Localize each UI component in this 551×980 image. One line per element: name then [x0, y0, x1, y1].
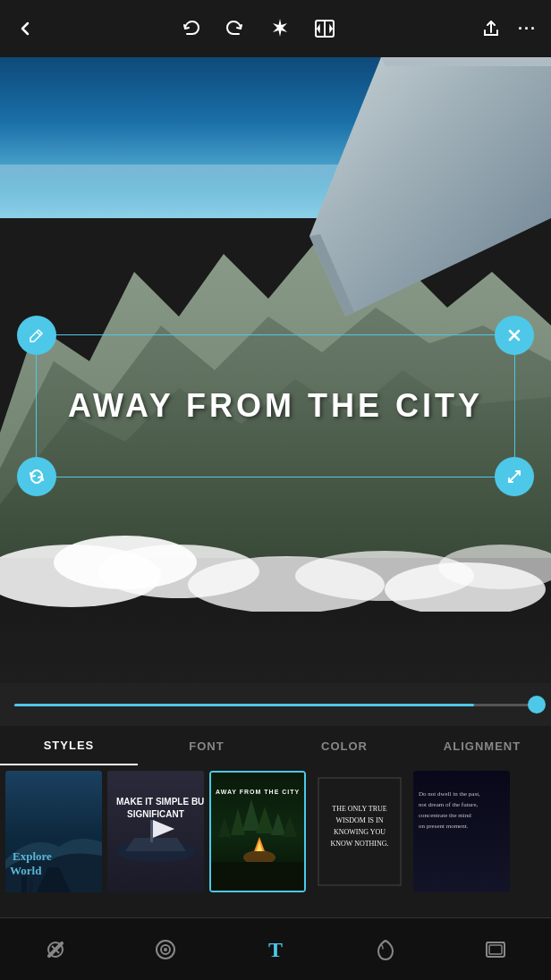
svg-text:Explore: Explore [13, 849, 52, 863]
tabs-bar: STYLES FONT COLOR ALIGNMENT [0, 726, 551, 765]
tab-font[interactable]: FONT [138, 726, 276, 765]
svg-text:Do not dwell in the past,: Do not dwell in the past, [419, 790, 480, 798]
bottom-toolbar: T [0, 917, 551, 980]
back-button[interactable] [14, 18, 36, 39]
wing-shape [309, 57, 551, 317]
svg-line-12 [509, 471, 520, 482]
text-selection-box[interactable]: AWAY FROM THE CITY [36, 334, 515, 477]
overlay-tool-button[interactable] [371, 935, 400, 964]
svg-line-9 [37, 332, 40, 335]
share-button[interactable] [480, 18, 502, 39]
slider-bar [0, 683, 551, 726]
layers-tool-button[interactable] [481, 935, 510, 964]
svg-text:SIGNIFICANT: SIGNIFICANT [127, 809, 184, 819]
svg-text:not dream of the future,: not dream of the future, [419, 801, 479, 808]
style-thumb-2[interactable]: MAKE IT SIMPLE BUT SIGNIFICANT [107, 771, 204, 892]
svg-text:on present moment.: on present moment. [419, 823, 469, 830]
svg-rect-16 [21, 876, 27, 892]
svg-text:WISDOM IS IN: WISDOM IS IN [336, 816, 384, 824]
redo-button[interactable] [224, 17, 247, 40]
svg-text:KNOWING YOU: KNOWING YOU [334, 828, 386, 836]
tab-styles[interactable]: STYLES [0, 726, 138, 765]
top-bar: ··· [0, 0, 551, 57]
handle-resize[interactable] [495, 457, 534, 496]
svg-text:concentrate the mind: concentrate the mind [419, 812, 471, 819]
more-button[interactable]: ··· [518, 20, 537, 38]
overlay-text[interactable]: AWAY FROM THE CITY [68, 387, 483, 425]
svg-point-53 [164, 948, 167, 951]
handle-close[interactable] [495, 316, 534, 355]
magic-button[interactable] [268, 17, 292, 40]
svg-text:T: T [268, 938, 283, 961]
svg-text:World: World [10, 864, 42, 877]
text-tool-button[interactable]: T [261, 935, 290, 964]
svg-rect-42 [413, 771, 510, 892]
style-thumb-4[interactable]: THE ONLY TRUE WISDOM IS IN KNOWING YOU K… [311, 771, 408, 892]
svg-text:KNOW NOTHING.: KNOW NOTHING. [330, 840, 388, 848]
tab-color[interactable]: COLOR [276, 726, 413, 765]
style-thumb-3[interactable]: AWAY FROM THE CITY [209, 771, 306, 892]
image-bottom-fade [0, 612, 551, 683]
adjust-tool-button[interactable] [41, 935, 70, 964]
slider-track[interactable] [14, 704, 537, 706]
svg-rect-34 [211, 862, 306, 892]
svg-text:AWAY FROM THE CITY: AWAY FROM THE CITY [216, 789, 300, 795]
compare-button[interactable] [313, 17, 336, 40]
svg-text:THE ONLY TRUE: THE ONLY TRUE [332, 805, 387, 813]
style-thumb-5[interactable]: Do not dwell in the past, not dream of t… [413, 771, 510, 892]
slider-thumb[interactable] [528, 696, 546, 714]
image-canvas: AWAY FROM THE CITY [0, 57, 551, 683]
styles-row: Explore World [0, 765, 551, 898]
undo-button[interactable] [179, 17, 202, 40]
svg-rect-56 [489, 945, 502, 954]
handle-rotate[interactable] [17, 457, 56, 496]
filter-tool-button[interactable] [151, 935, 180, 964]
svg-text:MAKE IT SIMPLE BUT: MAKE IT SIMPLE BUT [116, 797, 204, 807]
tab-alignment[interactable]: ALIGNMENT [413, 726, 551, 765]
svg-rect-17 [29, 880, 33, 892]
style-thumb-1[interactable]: Explore World [5, 771, 102, 892]
slider-fill [14, 704, 474, 706]
handle-edit[interactable] [17, 316, 56, 355]
svg-rect-20 [150, 820, 153, 842]
